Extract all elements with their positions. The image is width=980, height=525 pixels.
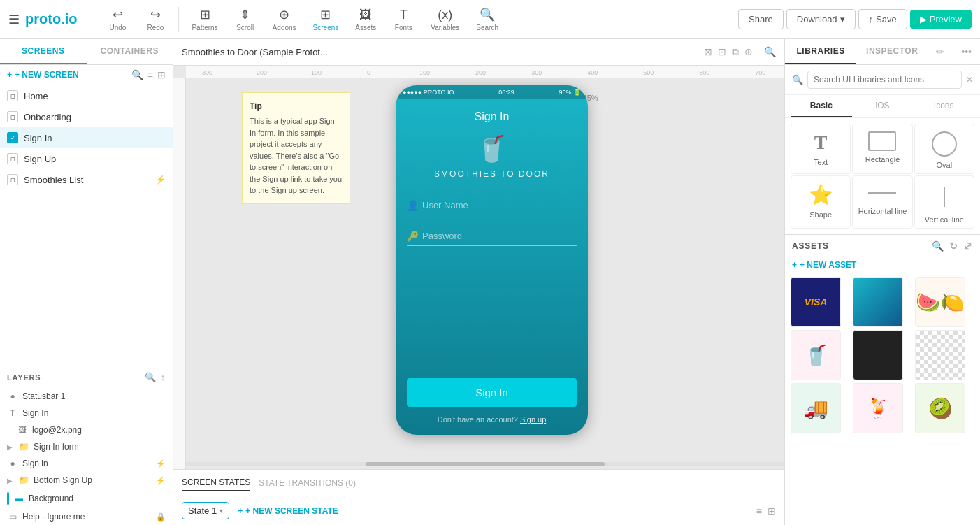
tab-screen-states[interactable]: SCREEN STATES <box>182 475 250 491</box>
asset-thumb-kiwi[interactable]: 🥝 <box>915 383 965 433</box>
share-button[interactable]: Share <box>738 9 784 29</box>
canvas-scrollbar-thumb[interactable] <box>366 462 605 466</box>
canvas-viewport[interactable]: Sign In: State 1 375×667 75% Tip This is… <box>186 78 784 469</box>
layer-folder-icon: 📁 <box>18 442 29 452</box>
asset-thumb-drink[interactable]: 🍹 <box>853 383 903 433</box>
layer-item-signin-form[interactable]: ▶ 📁 Sign In form <box>0 438 173 455</box>
addons-button[interactable]: ⊕ Addons <box>266 4 303 34</box>
layers-sort-icon[interactable]: ↕ <box>161 372 166 382</box>
new-state-plus-icon: + <box>238 506 243 516</box>
screens-button[interactable]: ⊞ Screens <box>306 4 346 34</box>
layer-item-logo[interactable]: 🖼 logo@2x.png <box>0 422 173 438</box>
screen-item-home[interactable]: ◻ Home <box>0 85 173 106</box>
canvas-fit-icon[interactable]: ⊡ <box>718 46 726 58</box>
layer-item-background[interactable]: ▬ Background <box>0 489 173 508</box>
layer-item-signin-text[interactable]: T Sign In <box>0 405 173 422</box>
download-button[interactable]: Download ▾ <box>786 9 856 29</box>
tab-containers[interactable]: CONTAINERS <box>87 39 173 64</box>
assets-search-icon[interactable]: 🔍 <box>932 240 944 252</box>
state-selector[interactable]: State 1 ▾ <box>182 502 229 519</box>
ui-item-text[interactable]: T Text <box>791 124 851 174</box>
asset-thumb-checkerboard[interactable] <box>915 330 965 380</box>
save-button[interactable]: ↑ Save <box>858 9 907 29</box>
redo-button[interactable]: ↪ Redo <box>138 4 173 34</box>
asset-thumb-visa[interactable]: VISA <box>791 277 841 327</box>
addons-label: Addons <box>273 24 296 31</box>
canvas-resize-icon[interactable]: ⊠ <box>704 46 712 58</box>
ui-item-hline[interactable]: Horizontal line <box>852 175 912 229</box>
variables-button[interactable]: (x) Variables <box>424 5 466 34</box>
phone-time: 06:29 <box>498 89 514 96</box>
layer-group-toggle-signup[interactable]: ▶ <box>7 477 14 484</box>
right-panel-tabs: LIBRARIES INSPECTOR ✏ ••• <box>785 39 980 65</box>
ruler-top: -300 -200 -100 0 100 200 300 400 500 600… <box>186 66 784 78</box>
screen-onboarding-icon: ◻ <box>7 111 18 122</box>
canvas-duplicate-icon[interactable]: ⧉ <box>732 46 739 58</box>
ui-item-oval[interactable]: Oval <box>914 124 974 174</box>
layer-group-toggle-form[interactable]: ▶ <box>7 443 14 451</box>
list-view-icon[interactable]: ≡ <box>147 69 153 80</box>
phone-password-input[interactable] <box>407 226 577 246</box>
undo-button[interactable]: ↩ Undo <box>100 4 135 34</box>
ui-item-rectangle[interactable]: Rectangle <box>852 124 912 174</box>
scroll-button[interactable]: ⇕ Scroll <box>228 4 263 34</box>
asset-thumb-fruit[interactable]: 🍉🍋 <box>915 277 965 327</box>
layers-header-actions: 🔍 ↕ <box>145 372 166 382</box>
redo-icon: ↪ <box>150 7 161 22</box>
bottom-bar: SCREEN STATES STATE TRANSITIONS (0) <box>173 469 784 496</box>
tab-screens[interactable]: SCREENS <box>0 39 87 64</box>
libraries-search-input[interactable] <box>807 71 962 89</box>
asset-thumb-gradient[interactable] <box>853 277 903 327</box>
patterns-button[interactable]: ⊞ Patterns <box>185 4 224 34</box>
state-list-icon[interactable]: ≡ <box>756 505 762 517</box>
canvas-copy-icon[interactable]: ⊕ <box>744 46 753 58</box>
right-panel-ellipsis-icon[interactable]: ••• <box>953 39 980 64</box>
tab-state-transitions[interactable]: STATE TRANSITIONS (0) <box>259 475 356 491</box>
canvas-horizontal-scrollbar[interactable] <box>186 462 784 466</box>
tab-libraries[interactable]: LIBRARIES <box>785 39 856 64</box>
screen-item-signup[interactable]: ◻ Sign Up <box>0 148 173 169</box>
layer-item-signin-btn[interactable]: ● Sign in ⚡ <box>0 455 173 472</box>
redo-label: Redo <box>147 24 164 31</box>
asset-thumb-lines[interactable] <box>853 330 903 380</box>
asset-thumb-smoothie[interactable]: 🥤 <box>791 330 841 380</box>
menu-icon[interactable]: ☰ <box>8 12 20 27</box>
phone-username-input[interactable] <box>407 196 577 215</box>
canvas-search-icon[interactable]: 🔍 <box>764 46 776 58</box>
new-asset-button[interactable]: + + NEW ASSET <box>785 257 980 273</box>
assets-expand-icon[interactable]: ⤢ <box>964 240 973 252</box>
tab-ios[interactable]: iOS <box>852 95 914 117</box>
layer-item-statusbar[interactable]: ● Statusbar 1 <box>0 388 173 405</box>
phone-signup-link[interactable]: Sign up <box>520 415 546 424</box>
layers-search-icon[interactable]: 🔍 <box>145 372 157 382</box>
assets-button[interactable]: 🖼 Assets <box>348 5 383 34</box>
phone-signin-button[interactable]: Sign In <box>407 378 577 407</box>
ui-item-shape[interactable]: ⭐ Shape <box>791 175 851 229</box>
assets-refresh-icon[interactable]: ↻ <box>949 240 958 252</box>
grid-view-icon[interactable]: ⊞ <box>157 69 166 80</box>
tab-icons[interactable]: Icons <box>913 95 974 117</box>
right-panel-edit-icon[interactable]: ✏ <box>928 39 953 64</box>
layer-help-rect-icon: ▭ <box>7 512 18 522</box>
tab-basic[interactable]: Basic <box>791 95 852 117</box>
state-grid-icon[interactable]: ⊞ <box>768 505 776 517</box>
vline-label: Vertical line <box>925 215 964 224</box>
phone-lock-icon: 🔑 <box>407 231 419 242</box>
new-screen-button[interactable]: + + NEW SCREEN <box>7 70 129 80</box>
search-button[interactable]: 🔍 Search <box>469 4 505 34</box>
right-panel: LIBRARIES INSPECTOR ✏ ••• 🔍 ✕ Basic iOS … <box>784 39 980 525</box>
fonts-button[interactable]: T Fonts <box>386 5 421 34</box>
new-screen-state-button[interactable]: + + NEW SCREEN STATE <box>238 506 338 516</box>
ui-item-vline[interactable]: Vertical line <box>914 175 974 229</box>
search-clear-icon[interactable]: ✕ <box>966 75 973 85</box>
asset-thumb-truck[interactable]: 🚚 <box>791 383 841 433</box>
search-screens-icon[interactable]: 🔍 <box>131 69 143 80</box>
screen-item-smoothies-list[interactable]: ◻ Smoothies List ⚡ <box>0 169 173 190</box>
layer-item-bottom-signup[interactable]: ▶ 📁 Bottom Sign Up ⚡ <box>0 472 173 489</box>
layer-item-help[interactable]: ▭ Help - Ignore me 🔒 <box>0 508 173 525</box>
screen-item-signin[interactable]: ✓ Sign In <box>0 127 173 148</box>
screen-item-onboarding[interactable]: ◻ Onboarding <box>0 106 173 127</box>
tab-inspector[interactable]: INSPECTOR <box>856 39 928 64</box>
vline-shape-icon <box>944 183 945 211</box>
preview-button[interactable]: ▶ Preview <box>910 10 972 29</box>
